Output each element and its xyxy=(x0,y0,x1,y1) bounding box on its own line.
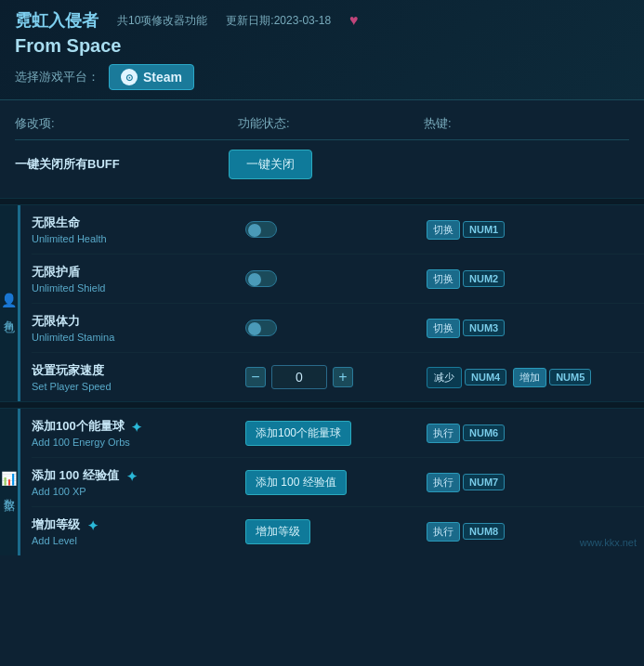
mod-count: 共10项修改器功能 xyxy=(117,13,207,29)
one-key-control: 一键关闭 xyxy=(229,150,410,179)
data-side-tab: 📊 数据 xyxy=(0,409,20,555)
stamina-toggle-control xyxy=(245,320,427,336)
column-headers: 修改项: 功能状态: 热键: xyxy=(15,110,629,140)
speed-hotkey: 减少 NUM4 增加 NUM5 xyxy=(427,367,591,388)
table-row: 添加 100 经验值 ✦ Add 100 XP 添加 100 经验值 执行 NU… xyxy=(32,458,644,507)
shield-hotkey: 切换 NUM2 xyxy=(427,269,505,289)
health-hotkey: 切换 NUM1 xyxy=(427,220,505,240)
update-date: 更新日期:2023-03-18 xyxy=(226,13,331,29)
steam-btn-label: Steam xyxy=(143,70,182,85)
stamina-toggle-knob xyxy=(248,322,261,335)
mod-name-en: Add Level xyxy=(32,535,245,546)
energy-hotkey-group: 执行 NUM6 xyxy=(427,424,505,443)
level-hotkey: 执行 NUM8 xyxy=(427,522,505,542)
level-action-btn[interactable]: 增加等级 xyxy=(245,519,310,544)
star-icon: ✦ xyxy=(131,420,142,435)
favorite-icon[interactable]: ♥ xyxy=(349,12,359,29)
one-key-btn[interactable]: 一键关闭 xyxy=(229,150,312,179)
health-hotkey-group: 切换 NUM1 xyxy=(427,220,505,240)
table-row: 无限体力 Unlimited Stamina 切换 NUM3 xyxy=(32,304,644,353)
xp-hk-label: 执行 xyxy=(427,473,460,492)
xp-action-btn[interactable]: 添加 100 经验值 xyxy=(245,470,347,495)
section-divider-2 xyxy=(0,401,644,409)
health-toggle[interactable] xyxy=(245,221,277,238)
mod-name-en: Unlimited Shield xyxy=(32,282,245,294)
shield-hotkey-group: 切换 NUM2 xyxy=(427,269,505,289)
energy-action-btn[interactable]: 添加100个能量球 xyxy=(245,421,351,446)
mod-name-level: 增加等级 ✦ Add Level xyxy=(32,516,245,546)
game-title-en: From Space xyxy=(15,35,629,57)
mod-name-cn: 添加100个能量球 ✦ xyxy=(32,418,245,435)
main-content: 修改项: 功能状态: 热键: 一键关闭所有BUFF 一键关闭 xyxy=(0,100,644,198)
mod-name-energy: 添加100个能量球 ✦ Add 100 Energy Orbs xyxy=(32,418,245,448)
health-toggle-control xyxy=(245,221,427,238)
speed-hotkey-group: 减少 NUM4 增加 NUM5 xyxy=(427,367,591,388)
speed-value: 0 xyxy=(271,365,327,389)
mod-name-en: Add 100 XP xyxy=(32,486,245,497)
mod-name-cn: 无限体力 xyxy=(32,313,245,330)
shield-toggle-control xyxy=(245,270,427,287)
level-hk-label: 执行 xyxy=(427,522,460,542)
role-section: 👤 角色 无限生命 Unlimited Health 切换 NUM1 xyxy=(0,205,644,401)
star-icon: ✦ xyxy=(126,469,138,484)
mod-name-cn: 无限护盾 xyxy=(32,264,245,281)
mod-name-cn: 增加等级 ✦ xyxy=(32,516,245,533)
mod-name-cn: 无限生命 xyxy=(32,215,245,231)
mod-name-xp: 添加 100 经验值 ✦ Add 100 XP xyxy=(32,467,245,497)
shield-toggle[interactable] xyxy=(245,270,277,287)
mod-name-en: Unlimited Stamina xyxy=(32,332,245,343)
table-row: 无限生命 Unlimited Health 切换 NUM1 xyxy=(32,205,644,255)
stamina-hk-label: 切换 xyxy=(427,319,460,338)
mod-name-en: Set Player Speed xyxy=(32,381,245,392)
col-header-status: 功能状态: xyxy=(238,115,424,132)
data-section: 📊 数据 添加100个能量球 ✦ Add 100 Energy Orbs 添加1… xyxy=(0,409,644,555)
mod-name-health: 无限生命 Unlimited Health xyxy=(32,215,245,244)
table-row: 无限护盾 Unlimited Shield 切换 NUM2 xyxy=(32,255,644,304)
shield-hk-label: 切换 xyxy=(427,269,460,289)
mod-name-stamina: 无限体力 Unlimited Stamina xyxy=(32,313,245,343)
energy-hotkey: 执行 NUM6 xyxy=(427,424,505,443)
stamina-hotkey: 切换 NUM3 xyxy=(427,319,505,338)
watermark: www.kkx.net xyxy=(580,537,637,548)
speed-increase-btn[interactable]: + xyxy=(333,367,353,387)
speed-num5-key: NUM5 xyxy=(549,369,591,385)
speed-increase-label: 增加 xyxy=(513,368,546,387)
speed-stepper-control: − 0 + xyxy=(245,365,427,389)
xp-hotkey: 执行 NUM7 xyxy=(427,473,505,492)
col-header-mod: 修改项: xyxy=(15,115,238,132)
role-side-tab: 👤 角色 xyxy=(0,205,20,401)
xp-hk-key: NUM7 xyxy=(463,474,505,490)
table-row: 增加等级 ✦ Add Level 增加等级 执行 NUM8 xyxy=(32,507,644,555)
health-hk-key: NUM1 xyxy=(463,221,505,238)
steam-platform-btn[interactable]: ⊙ Steam xyxy=(109,64,194,90)
health-hk-label: 切换 xyxy=(427,220,460,240)
stamina-toggle[interactable] xyxy=(245,320,277,336)
speed-stepper: − 0 + xyxy=(245,365,353,389)
speed-num4-key: NUM4 xyxy=(465,369,506,385)
section-divider xyxy=(0,198,644,205)
xp-action-control: 添加 100 经验值 xyxy=(245,470,427,495)
one-key-row: 一键关闭所有BUFF 一键关闭 xyxy=(15,140,629,189)
mod-name-shield: 无限护盾 Unlimited Shield xyxy=(32,264,245,294)
level-hk-key: NUM8 xyxy=(463,523,505,540)
mod-name-cn: 添加 100 经验值 ✦ xyxy=(32,467,245,484)
role-rows: 无限生命 Unlimited Health 切换 NUM1 无限护盾 Unlim… xyxy=(20,205,644,401)
col-header-hotkey: 热键: xyxy=(424,115,452,132)
header: 霓虹入侵者 共10项修改器功能 更新日期:2023-03-18 ♥ From S… xyxy=(0,0,644,100)
speed-decrease-btn[interactable]: − xyxy=(245,367,266,387)
role-tab-text: 角色 xyxy=(1,311,17,315)
level-action-control: 增加等级 xyxy=(245,519,427,544)
platform-section: 选择游戏平台： ⊙ Steam xyxy=(15,64,629,90)
star-icon: ✦ xyxy=(87,518,99,533)
mod-name-speed: 设置玩家速度 Set Player Speed xyxy=(32,362,245,392)
shield-toggle-knob xyxy=(248,273,261,286)
data-rows: 添加100个能量球 ✦ Add 100 Energy Orbs 添加100个能量… xyxy=(20,409,644,555)
role-tab-icon: 👤 xyxy=(1,293,17,307)
level-hotkey-group: 执行 NUM8 xyxy=(427,522,505,542)
stamina-hk-key: NUM3 xyxy=(463,320,505,336)
energy-hk-key: NUM6 xyxy=(463,424,505,441)
energy-hk-label: 执行 xyxy=(427,424,460,443)
speed-reduce-label: 减少 xyxy=(427,367,462,388)
one-key-name: 一键关闭所有BUFF xyxy=(15,156,229,173)
one-key-name-cn: 一键关闭所有BUFF xyxy=(15,156,229,173)
